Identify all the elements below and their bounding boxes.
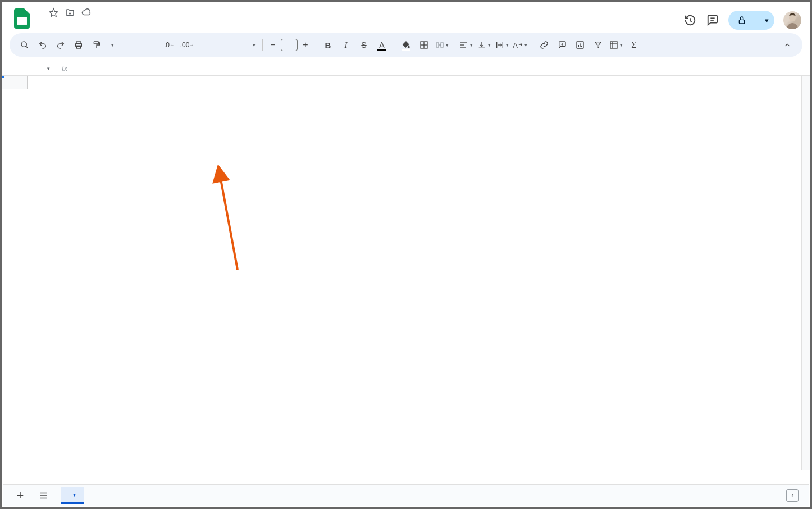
undo-icon[interactable]: [34, 37, 51, 53]
sheet-tab-bar: + ‹: [3, 484, 809, 506]
horizontal-align-icon[interactable]: [458, 37, 475, 53]
star-icon[interactable]: [49, 7, 58, 17]
zoom-dropdown[interactable]: [106, 37, 117, 53]
text-rotation-icon[interactable]: A: [512, 37, 528, 53]
strikethrough-icon[interactable]: S: [355, 37, 372, 53]
filter-views-icon[interactable]: [608, 37, 624, 53]
collapse-toolbar-icon[interactable]: [779, 37, 796, 53]
vertical-scrollbar[interactable]: [801, 76, 810, 470]
search-menu-icon[interactable]: [16, 37, 33, 53]
borders-icon[interactable]: [416, 37, 432, 53]
toolbar: .0← .00→ ▾ − + B I S A A Σ: [10, 33, 802, 57]
insert-link-icon[interactable]: [536, 37, 553, 53]
lock-icon: [737, 16, 746, 25]
spreadsheet-grid: [2, 76, 810, 470]
text-color-icon[interactable]: A: [373, 37, 390, 53]
font-dropdown[interactable]: ▾: [221, 42, 259, 48]
decrease-decimal-icon[interactable]: .0←: [161, 37, 177, 53]
explore-icon[interactable]: ‹: [786, 489, 799, 502]
menu-tools[interactable]: [99, 20, 108, 24]
currency-icon[interactable]: [125, 37, 142, 53]
sheets-logo[interactable]: [11, 7, 33, 30]
menu-bar: [39, 19, 678, 25]
paint-format-icon[interactable]: [88, 37, 105, 53]
all-sheets-icon[interactable]: [37, 489, 51, 502]
italic-icon[interactable]: I: [337, 37, 354, 53]
select-all-corner[interactable]: [2, 76, 28, 89]
percent-icon[interactable]: [143, 37, 159, 53]
move-icon[interactable]: [65, 7, 75, 17]
svg-point-8: [21, 42, 26, 47]
sheet-tab[interactable]: [61, 487, 84, 504]
account-avatar[interactable]: [783, 11, 801, 29]
menu-data[interactable]: [89, 20, 98, 24]
redo-icon[interactable]: [52, 37, 69, 53]
text-wrap-icon[interactable]: [494, 37, 510, 53]
print-icon[interactable]: [70, 37, 87, 53]
functions-icon[interactable]: Σ: [626, 37, 642, 53]
bold-icon[interactable]: B: [320, 37, 336, 53]
menu-extensions[interactable]: [110, 20, 118, 24]
font-size-decrease[interactable]: −: [266, 38, 280, 52]
more-formats-icon[interactable]: [197, 37, 213, 53]
name-box[interactable]: [2, 66, 56, 71]
menu-help[interactable]: [120, 20, 129, 24]
insert-chart-icon[interactable]: [572, 37, 589, 53]
add-sheet-icon[interactable]: +: [13, 489, 27, 502]
fill-color-icon[interactable]: [398, 37, 414, 53]
comments-icon[interactable]: [706, 13, 719, 27]
share-button[interactable]: [728, 11, 759, 30]
history-icon[interactable]: [683, 13, 697, 27]
font-size-increase[interactable]: +: [299, 38, 312, 52]
svg-rect-17: [436, 43, 439, 47]
document-title[interactable]: [39, 11, 43, 13]
insert-comment-icon[interactable]: [554, 37, 571, 53]
menu-view[interactable]: [59, 20, 68, 24]
svg-rect-31: [610, 42, 617, 48]
font-size-input[interactable]: [281, 39, 298, 51]
svg-line-9: [26, 46, 28, 48]
svg-rect-13: [94, 42, 98, 44]
increase-decimal-icon[interactable]: .00→: [179, 37, 195, 53]
menu-insert[interactable]: [69, 20, 78, 24]
menu-edit[interactable]: [49, 20, 58, 24]
svg-rect-6: [739, 20, 744, 24]
fx-label: fx: [56, 64, 73, 72]
vertical-align-icon[interactable]: [476, 37, 492, 53]
share-dropdown[interactable]: ▾: [759, 11, 774, 30]
merge-cells-icon[interactable]: [434, 37, 450, 53]
filter-icon[interactable]: [590, 37, 606, 53]
menu-file[interactable]: [39, 20, 48, 24]
cloud-status-icon[interactable]: [81, 7, 92, 17]
menu-format[interactable]: [79, 20, 88, 24]
